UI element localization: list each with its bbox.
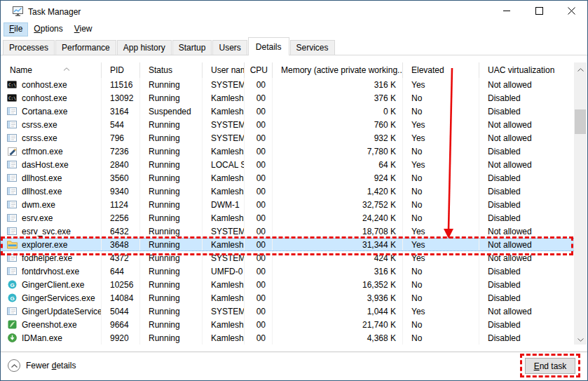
cell-cpu: 00 [245, 211, 273, 225]
process-row-ctfmon-exe[interactable]: ctfmon.exe7236RunningKamlesh007,780 KNoD… [1, 145, 575, 158]
process-row-gingerclient-exe[interactable]: GGingerClient.exe10256RunningKamlesh0016… [1, 278, 575, 291]
cell-memory: 7,780 K [273, 145, 403, 158]
maximize-button[interactable] [523, 1, 555, 22]
column-header-memory-active-private-working[interactable]: Memory (active private working... [273, 62, 403, 78]
cell-elevated: Yes [403, 238, 479, 251]
cell-elevated: No [403, 278, 479, 291]
cell-name: dasHost.exe [1, 158, 102, 171]
cell-elevated: No [403, 331, 479, 345]
scroll-up-button[interactable] [574, 62, 587, 74]
process-name: fontdrvhost.exe [22, 267, 79, 276]
process-row-idman-exe[interactable]: IDMan.exe9920RunningKamlesh004,368 KNoDi… [1, 331, 575, 345]
column-header-pid[interactable]: PID [102, 62, 140, 78]
process-row-greenshot-exe[interactable]: Greenshot.exe9664RunningKamlesh0021,740 … [1, 318, 575, 331]
window-title: Task Manager [28, 7, 81, 17]
column-header-user-name[interactable]: User name [203, 62, 245, 78]
tab-services[interactable]: Services [290, 40, 335, 55]
cell-pid: 5044 [102, 305, 140, 318]
window-icon [6, 121, 18, 128]
cell-pid: 14084 [102, 291, 140, 305]
vertical-scrollbar[interactable] [574, 62, 587, 345]
column-header-status[interactable]: Status [140, 62, 203, 78]
cell-user: Kamlesh [203, 211, 245, 225]
cell-user: Kamlesh [203, 318, 245, 331]
process-row-esrv-svc-exe[interactable]: esrv_svc.exe6432RunningSYSTEM0018,708 KY… [1, 225, 575, 238]
fewer-details-label: Fewer details [26, 361, 76, 370]
cell-cpu: 00 [245, 198, 273, 211]
title-bar[interactable]: Task Manager [1, 1, 587, 22]
cell-cpu: 00 [245, 185, 273, 198]
tab-startup[interactable]: Startup [172, 40, 212, 55]
process-row-cortana-exe[interactable]: Cortana.exe3164SuspendedKamlesh000 KNoDi… [1, 105, 575, 118]
process-row-dashost-exe[interactable]: dasHost.exe2840RunningLOCAL SE...0064 KY… [1, 158, 575, 171]
cell-status: Running [140, 78, 203, 91]
cell-user: LOCAL SE... [203, 158, 245, 171]
column-header-elevated[interactable]: Elevated [403, 62, 479, 78]
cell-cpu: 00 [245, 91, 273, 105]
column-header-uac-virtualization[interactable]: UAC virtualization [479, 62, 575, 78]
close-button[interactable] [555, 1, 587, 22]
process-row-esrv-exe[interactable]: esrv.exe2256RunningKamlesh0024,240 KNoDi… [1, 211, 575, 225]
end-task-button[interactable]: End task [525, 358, 575, 374]
process-row-csrss-exe[interactable]: csrss.exe796RunningSYSTEM00932 KYesNot a… [1, 131, 575, 145]
cell-uac: Disabled [479, 91, 575, 105]
cell-pid: 544 [102, 118, 140, 131]
tab-performance[interactable]: Performance [55, 40, 116, 55]
process-name: csrss.exe [22, 120, 57, 130]
process-row-dwm-exe[interactable]: dwm.exe1124RunningDWM-10032,752 KNoDisab… [1, 198, 575, 211]
tab-app-history[interactable]: App history [117, 40, 172, 55]
process-row-gingerservices-exe[interactable]: GGingerServices.exe14084RunningKamlesh00… [1, 291, 575, 305]
process-name: IDMan.exe [22, 333, 62, 343]
cell-elevated: No [403, 185, 479, 198]
cell-status: Running [140, 331, 203, 345]
cell-pid: 13092 [102, 91, 140, 105]
menu-view[interactable]: View [69, 22, 98, 36]
cell-pid: 9340 [102, 185, 140, 198]
fewer-details-button[interactable]: Fewer details [8, 359, 76, 372]
tab-details[interactable]: Details [248, 37, 289, 55]
process-row-dllhost-exe[interactable]: dllhost.exe3560RunningKamlesh00924 KNoDi… [1, 171, 575, 185]
svg-text:C:\: C:\ [8, 82, 16, 87]
process-name: dasHost.exe [22, 160, 69, 170]
cell-pid: 2256 [102, 211, 140, 225]
window-icon [6, 227, 18, 235]
tab-users[interactable]: Users [212, 40, 247, 55]
idman-icon [6, 333, 18, 342]
process-row-gingerupdateservice[interactable]: GingerUpdateService...5044RunningSYSTEM0… [1, 305, 575, 318]
cell-cpu: 00 [245, 331, 273, 345]
process-row-explorer-exe[interactable]: explorer.exe3648RunningKamlesh0031,344 K… [1, 238, 575, 251]
window-icon [6, 254, 18, 262]
process-row-conhost-exe[interactable]: C:\conhost.exe11516RunningSYSTEM00316 KY… [1, 78, 575, 91]
column-header-name[interactable]: Name [1, 62, 102, 78]
scroll-down-button[interactable] [574, 333, 587, 345]
minimize-button[interactable] [491, 1, 523, 22]
column-header-cpu[interactable]: CPU [245, 62, 273, 78]
process-row-dllhost-exe[interactable]: dllhost.exe9340RunningKamlesh001,420 KNo… [1, 185, 575, 198]
menu-options[interactable]: Options [28, 22, 68, 36]
tab-processes[interactable]: Processes [3, 40, 55, 55]
process-name: dllhost.exe [22, 187, 62, 196]
process-row-fodhelper-exe[interactable]: fodhelper.exe4372RunningSYSTEM00424 KYes… [1, 251, 575, 265]
cell-user: SYSTEM [203, 131, 245, 145]
cell-name: fodhelper.exe [1, 251, 102, 265]
cell-cpu: 00 [245, 251, 273, 265]
cell-elevated: No [403, 318, 479, 331]
cell-elevated: No [403, 91, 479, 105]
folder-icon [6, 240, 18, 249]
menu-file[interactable]: File [4, 22, 28, 36]
cell-uac: Disabled [479, 145, 575, 158]
cell-uac: Not allowed [479, 118, 575, 131]
cell-elevated: Yes [403, 158, 479, 171]
scrollbar-thumb[interactable] [575, 109, 586, 134]
cell-memory: 16,352 K [273, 278, 403, 291]
cell-uac: Disabled [479, 331, 575, 345]
cell-cpu: 00 [245, 225, 273, 238]
process-row-conhost-exe[interactable]: C:\conhost.exe13092RunningKamlesh00376 K… [1, 91, 575, 105]
process-row-fontdrvhost-exe[interactable]: fontdrvhost.exe644RunningUMFD-000316 KNo… [1, 265, 575, 278]
cell-name: C:\conhost.exe [1, 78, 102, 91]
column-header-label: Name [10, 65, 32, 75]
cell-pid: 1124 [102, 198, 140, 211]
cell-user: Kamlesh [203, 278, 245, 291]
process-row-csrss-exe[interactable]: csrss.exe544RunningSYSTEM00760 KYesNot a… [1, 118, 575, 131]
table-header: NamePIDStatusUser nameCPUMemory (active … [1, 62, 575, 79]
